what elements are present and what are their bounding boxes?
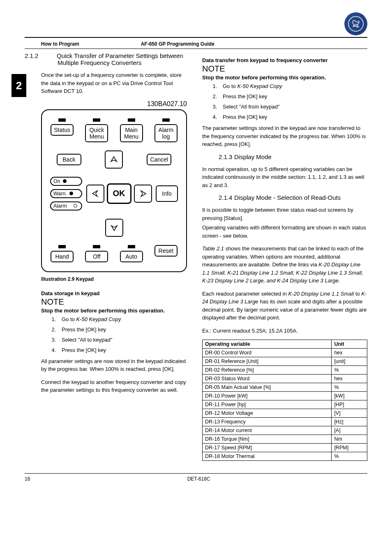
list-item: Select "All from keypad": [219, 104, 367, 110]
storage-p2: Connect the keypad to another frequency …: [41, 378, 190, 394]
doc-id: DET-618C: [187, 476, 210, 482]
list-item: Go to K-50 Keypad Copy: [58, 316, 190, 322]
table-row: DR-03 Status Wordhex: [203, 375, 367, 383]
keypad-figure: 130BA027.10 Status QuickMenu MainMenu Al…: [41, 100, 187, 272]
chapter-tab: 2: [12, 74, 26, 97]
para-213-1: In normal operation, up to 5 different o…: [202, 165, 367, 190]
operating-variable-table: Operating variable Unit DR-00 Control Wo…: [202, 340, 367, 461]
stop-motor-warning-2: Stop the motor before performing this op…: [202, 74, 367, 81]
down-arrow-button[interactable]: [105, 219, 123, 237]
led-on: On: [50, 177, 82, 186]
heading-2-1-3: 2.1.3Display Mode: [202, 153, 367, 160]
up-arrow-button[interactable]: [105, 150, 123, 169]
table-row: DR-02 Reference [%]%: [203, 366, 367, 375]
transfer-p1: The parameter settings stored in the key…: [202, 124, 367, 148]
table-row: DR-10 Power [kW][kW]: [203, 392, 367, 400]
storage-p1: All parameter settings are now stored in…: [41, 357, 190, 373]
led-warn: Warn.: [50, 189, 82, 198]
ge-logo: ge: [344, 12, 367, 35]
quick-menu-button[interactable]: QuickMenu: [85, 124, 108, 142]
svg-text:ge: ge: [354, 22, 358, 27]
table-row: DR-16 Torque [Nm]Nm: [203, 435, 367, 444]
transfer-heading: Data transfer from keypad to frequency c…: [202, 57, 367, 63]
heading-2-1-4: 2.1.4Display Mode - Selection of Read-Ou…: [202, 194, 367, 201]
list-item: Press the [OK] key: [58, 347, 190, 353]
rule-thin: [25, 49, 367, 49]
status-button[interactable]: Status: [51, 124, 74, 136]
table-row: DR-13 Frequency[Hz]: [203, 418, 367, 426]
table-row: DR-01 Reference [Unit][unit]: [203, 357, 367, 366]
left-arrow-button[interactable]: [86, 185, 104, 203]
para-214-1: It is possible to toggle between three s…: [202, 206, 367, 222]
table-header: Unit: [332, 340, 367, 349]
stop-motor-warning: Stop the motor before performing this op…: [41, 308, 190, 314]
table-row: DR-14 Motor current[A]: [203, 426, 367, 435]
table-row: DR-05 Main Actual Value [%]%: [203, 383, 367, 392]
table-row: DR-00 Control Wordhex: [203, 349, 367, 357]
storage-steps: Go to K-50 Keypad Copy Press the [OK] ke…: [58, 316, 190, 353]
para-214-2: Operating variables with different forma…: [202, 224, 367, 240]
list-item: Press the [OK] key: [58, 326, 190, 333]
list-item: Press the [OK] key: [219, 93, 367, 99]
led-alarm: Alarm: [50, 201, 82, 210]
page-number: 16: [25, 476, 30, 482]
storage-heading: Data storage in keypad: [41, 290, 190, 296]
main-menu-button[interactable]: MainMenu: [120, 124, 143, 142]
right-arrow-button[interactable]: [134, 185, 152, 203]
page-footer: 16 DET-618C: [25, 473, 367, 482]
header-title: AF-650 GP Programming Guide: [141, 41, 214, 47]
page-header: How to Program AF-650 GP Programming Gui…: [25, 38, 367, 49]
list-item: Go to K-50 Keypad Copy: [219, 83, 367, 89]
transfer-steps: Go to K-50 Keypad Copy Press the [OK] ke…: [219, 83, 367, 120]
para-214-5: Ex.: Current readout 5.25A; 15.2A 105A.: [202, 327, 367, 335]
back-button[interactable]: Back: [57, 154, 81, 165]
info-button[interactable]: Info: [156, 185, 178, 202]
para-214-3: Table 2.1 shows the measurements that ca…: [202, 245, 367, 285]
figure-caption: Illustration 2.9 Keypad: [41, 276, 190, 282]
table-header: Operating variable: [203, 340, 332, 349]
table-row: DR-17 Speed [RPM][RPM]: [203, 444, 367, 452]
list-item: Press the [OK] key: [219, 114, 367, 120]
ok-button[interactable]: OK: [107, 183, 131, 204]
table-row: DR-18 Motor Thermal%: [203, 452, 367, 461]
heading-2-1-2: 2.1.2Quick Transfer of Parameter Setting…: [41, 52, 190, 66]
table-row: DR-12 Motor Voltage[V]: [203, 409, 367, 418]
cancel-button[interactable]: Cancel: [147, 154, 171, 165]
table-row: DR-11 Power [hp][HP]: [203, 400, 367, 409]
alarm-log-button[interactable]: Alarmlog: [154, 124, 178, 142]
reset-button[interactable]: Reset: [154, 245, 178, 257]
para-214-4: Each readout parameter selected in K-20 …: [202, 290, 367, 322]
header-section: How to Program: [41, 41, 79, 47]
para-212-1: Once the set-up of a frequency converter…: [41, 71, 190, 95]
list-item: Select "All to keypad": [58, 337, 190, 343]
auto-button[interactable]: Auto: [120, 251, 143, 262]
off-button[interactable]: Off: [85, 251, 108, 262]
hand-button[interactable]: Hand: [51, 251, 74, 262]
note-label: NOTE: [41, 297, 190, 307]
figure-label: 130BA027.10: [41, 100, 187, 108]
note-label-2: NOTE: [202, 64, 367, 74]
